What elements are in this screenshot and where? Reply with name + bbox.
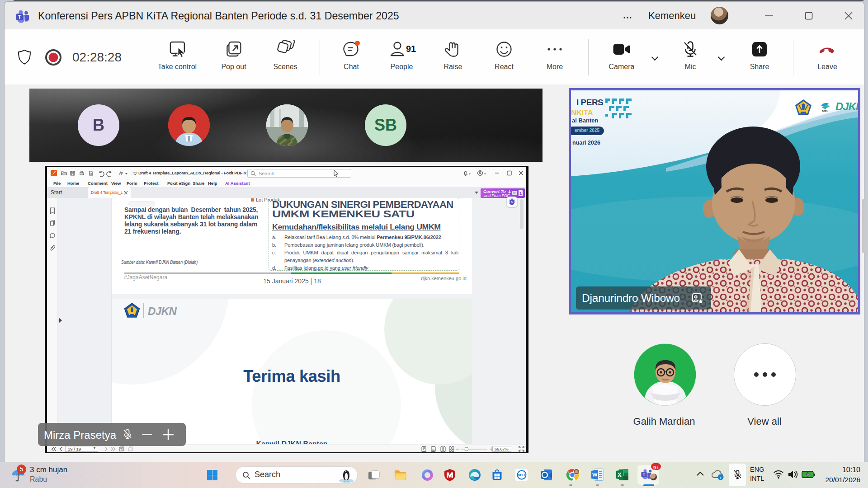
svg-text:T: T xyxy=(643,472,646,477)
svg-text:AI: AI xyxy=(511,201,514,203)
svg-text:1: 1 xyxy=(519,191,522,196)
svg-text:91: 91 xyxy=(406,44,416,54)
svg-text:T: T xyxy=(18,14,22,20)
svg-text:i: i xyxy=(720,475,722,480)
